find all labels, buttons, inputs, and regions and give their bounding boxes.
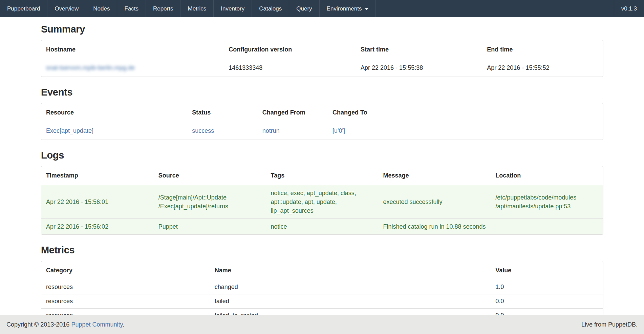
logs-section-title: Logs <box>41 140 603 166</box>
nav-item-nodes[interactable]: Nodes <box>86 0 117 17</box>
config-version-value: 1461333348 <box>224 59 356 77</box>
nav-item-overview[interactable]: Overview <box>47 0 86 17</box>
summary-col-end-time: End time <box>482 40 603 59</box>
log-source: /Stage[main]/Apt::Update /Exec[apt_updat… <box>154 185 266 218</box>
summary-row: snat-tservvm.mpib-berlin.mpg.de 14613333… <box>41 59 603 77</box>
events-col-status: Status <box>187 103 257 122</box>
metric-value: 1.0 <box>491 280 603 294</box>
events-col-changed-from: Changed From <box>258 103 328 122</box>
environments-label: Environments <box>327 5 362 12</box>
log-location <box>491 218 603 234</box>
nav-item-query[interactable]: Query <box>289 0 319 17</box>
summary-col-config-version: Configuration version <box>224 40 356 59</box>
log-message: executed successfully <box>378 185 491 218</box>
events-col-resource: Resource <box>41 103 187 122</box>
version-badge: v0.1.3 <box>614 0 644 17</box>
metric-category: resources <box>41 294 210 308</box>
footer-copyright: Copyright © 2013-2016 Puppet Community. <box>6 321 124 328</box>
log-message: Finished catalog run in 10.88 seconds <box>378 218 491 234</box>
copyright-text: Copyright © 2013-2016 <box>6 321 71 328</box>
metric-name: failed <box>210 294 491 308</box>
nav-item-inventory[interactable]: Inventory <box>214 0 252 17</box>
log-timestamp: Apr 22 2016 - 15:56:01 <box>41 185 154 218</box>
event-changed-to-link[interactable]: [u'0'] <box>332 127 345 134</box>
metrics-section-title: Metrics <box>41 235 603 261</box>
metric-row: resources failed 0.0 <box>41 294 603 308</box>
nav-brand-puppetboard[interactable]: Puppetboard <box>0 0 47 17</box>
event-status-link[interactable]: success <box>192 127 214 134</box>
log-row: Apr 22 2016 - 15:56:01 /Stage[main]/Apt:… <box>41 185 603 218</box>
logs-table: Timestamp Source Tags Message Location A… <box>41 166 603 235</box>
metric-value: 0.0 <box>491 294 603 308</box>
navbar-spacer <box>376 0 614 17</box>
logs-col-location: Location <box>491 166 603 185</box>
metrics-col-value: Value <box>491 261 603 280</box>
metric-name: changed <box>210 280 491 294</box>
end-time-value: Apr 22 2016 - 15:55:52 <box>482 59 603 77</box>
copyright-period: . <box>123 321 124 328</box>
logs-col-source: Source <box>154 166 266 185</box>
summary-section-title: Summary <box>41 17 603 40</box>
log-timestamp: Apr 22 2016 - 15:56:02 <box>41 218 154 234</box>
metric-row: resources changed 1.0 <box>41 280 603 294</box>
logs-col-tags: Tags <box>266 166 379 185</box>
events-header-row: Resource Status Changed From Changed To <box>41 103 603 122</box>
puppet-community-link[interactable]: Puppet Community <box>71 321 123 328</box>
events-col-changed-to: Changed To <box>328 103 603 122</box>
nav-item-reports[interactable]: Reports <box>146 0 181 17</box>
logs-col-timestamp: Timestamp <box>41 166 154 185</box>
caret-down-icon <box>365 8 368 10</box>
nav-item-facts[interactable]: Facts <box>117 0 146 17</box>
events-table: Resource Status Changed From Changed To … <box>41 103 603 140</box>
metrics-col-name: Name <box>210 261 491 280</box>
summary-col-start-time: Start time <box>356 40 482 59</box>
nav-item-metrics[interactable]: Metrics <box>180 0 214 17</box>
report-page-content: Summary Hostname Configuration version S… <box>41 17 603 323</box>
metrics-col-category: Category <box>41 261 210 280</box>
log-source: Puppet <box>154 218 266 234</box>
log-tags: notice, exec, apt_update, class, apt::up… <box>266 185 379 218</box>
footer-source-text: Live from PuppetDB. <box>581 321 638 328</box>
event-row: Exec[apt_update] success notrun [u'0'] <box>41 122 603 140</box>
event-changed-from-link[interactable]: notrun <box>262 127 280 134</box>
summary-col-hostname: Hostname <box>41 40 224 59</box>
metrics-table: Category Name Value resources changed 1.… <box>41 261 603 323</box>
logs-header-row: Timestamp Source Tags Message Location <box>41 166 603 185</box>
nav-item-environments-dropdown[interactable]: Environments <box>320 0 376 17</box>
hostname-link-redacted[interactable]: snat-tservvm.mpib-berlin.mpg.de <box>46 64 135 71</box>
summary-table: Hostname Configuration version Start tim… <box>41 40 603 77</box>
metric-category: resources <box>41 280 210 294</box>
logs-col-message: Message <box>378 166 491 185</box>
events-section-title: Events <box>41 77 603 103</box>
metrics-header-row: Category Name Value <box>41 261 603 280</box>
event-resource-link[interactable]: Exec[apt_update] <box>46 127 93 134</box>
summary-header-row: Hostname Configuration version Start tim… <box>41 40 603 59</box>
start-time-value: Apr 22 2016 - 15:55:38 <box>356 59 482 77</box>
log-row: Apr 22 2016 - 15:56:02 Puppet notice Fin… <box>41 218 603 234</box>
log-location: /etc/puppetlabs/code/modules /apt/manife… <box>491 185 603 218</box>
nav-item-catalogs[interactable]: Catalogs <box>252 0 289 17</box>
page-footer: Copyright © 2013-2016 Puppet Community. … <box>0 315 644 334</box>
top-navbar: Puppetboard Overview Nodes Facts Reports… <box>0 0 644 17</box>
log-tags: notice <box>266 218 379 234</box>
